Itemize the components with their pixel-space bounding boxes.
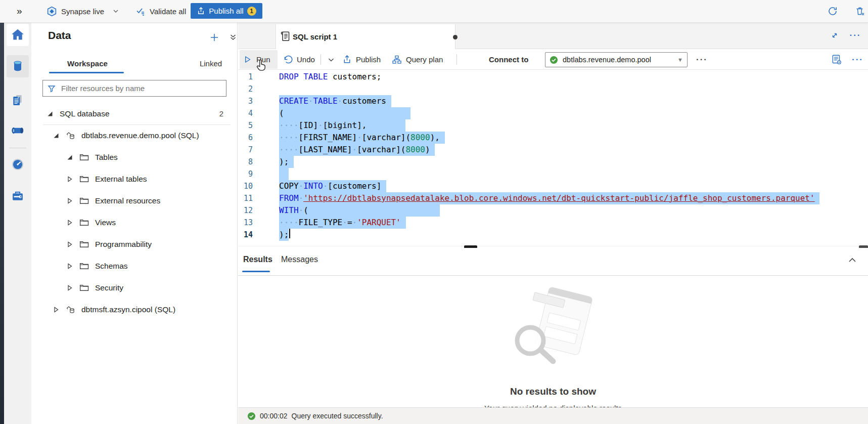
- code-line-11[interactable]: 11FROM·'https://dbtlabsynapsedatalake.bl…: [238, 192, 868, 204]
- nav-monitor[interactable]: [7, 153, 29, 176]
- code-line-1[interactable]: 1DROP TABLE customers;: [238, 71, 868, 83]
- code-line-14[interactable]: 14);: [238, 229, 868, 241]
- code-text-selected[interactable]: CREATE·TABLE·customers: [279, 95, 391, 107]
- nav-data[interactable]: [7, 55, 29, 77]
- undo-button[interactable]: Undo: [280, 50, 318, 69]
- nav-home[interactable]: [7, 24, 29, 46]
- synapse-mode-dropdown-chevron[interactable]: [112, 0, 119, 22]
- code-text-selected[interactable]: ····FILE_TYPE·=·'PARQUET': [279, 217, 406, 229]
- tab-results[interactable]: Results: [243, 255, 272, 264]
- code-text-selected[interactable]: [279, 168, 289, 180]
- expanded-triangle-icon[interactable]: [47, 110, 54, 117]
- connect-to-label: Connect to: [489, 55, 528, 64]
- tab-messages[interactable]: Messages: [281, 255, 318, 264]
- collapsed-triangle-icon[interactable]: [66, 263, 73, 270]
- code-text-selected[interactable]: );: [279, 156, 294, 168]
- publish-all-button[interactable]: Publish all 1: [191, 3, 262, 19]
- line-number[interactable]: 4: [238, 107, 253, 119]
- code-line-4[interactable]: 4(: [238, 107, 868, 119]
- line-number[interactable]: 3: [238, 95, 253, 107]
- tab-workspace[interactable]: Workspace: [50, 56, 125, 71]
- code-line-3[interactable]: 3CREATE·TABLE·customers: [238, 95, 868, 107]
- tree-item-dbtlabs-revenue-demo-pool-sql[interactable]: dbtlabs.revenue.demo.pool (SQL): [31, 124, 238, 146]
- code-line-6[interactable]: 6····[FIRST_NAME]·[varchar](8000),: [238, 132, 868, 144]
- code-line-7[interactable]: 7····[LAST_NAME]·[varchar](8000): [238, 144, 868, 156]
- tab-linked[interactable]: Linked: [173, 56, 249, 71]
- tree-item-tables[interactable]: Tables: [31, 146, 238, 168]
- collapsed-triangle-icon[interactable]: [66, 176, 73, 183]
- tree-item-sql-database[interactable]: SQL database2: [31, 103, 238, 124]
- tree-item-external-tables[interactable]: External tables: [31, 168, 238, 190]
- code-line-13[interactable]: 13····FILE_TYPE·=·'PARQUET': [238, 217, 868, 229]
- tree-item-programmability[interactable]: Programmability: [31, 233, 238, 255]
- code-text-selected[interactable]: COPY·INTO·[customers]: [279, 180, 386, 192]
- line-number[interactable]: 5: [238, 119, 253, 132]
- line-number[interactable]: 8: [238, 156, 253, 168]
- tab-more-actions-button[interactable]: ···: [849, 29, 862, 42]
- expanded-triangle-icon[interactable]: [66, 154, 73, 161]
- discard-all-button[interactable]: [854, 0, 865, 22]
- collapsed-triangle-icon[interactable]: [66, 219, 73, 226]
- code-text-selected[interactable]: );: [279, 229, 289, 241]
- synapse-live-selector[interactable]: Synapse live: [47, 0, 104, 22]
- code-text-selected[interactable]: WITH·(: [279, 204, 440, 217]
- tree-item-schemas[interactable]: Schemas: [31, 255, 238, 277]
- collapsed-triangle-icon[interactable]: [66, 284, 73, 291]
- undo-redo-dropdown[interactable]: [324, 50, 338, 69]
- line-number[interactable]: 7: [238, 144, 253, 156]
- tree-item-views[interactable]: Views: [31, 211, 238, 233]
- validate-all-button[interactable]: Validate all: [135, 0, 186, 22]
- tree-item-external-resources[interactable]: External resources: [31, 190, 238, 211]
- nav-manage[interactable]: [7, 185, 29, 207]
- code-line-10[interactable]: 10COPY·INTO·[customers]: [238, 180, 868, 192]
- code-text[interactable]: DROP TABLE customers;: [279, 71, 381, 83]
- line-number[interactable]: 10: [238, 180, 253, 192]
- line-number[interactable]: 1: [238, 71, 253, 83]
- nav-develop[interactable]: [7, 89, 29, 111]
- line-number[interactable]: 6: [238, 132, 253, 144]
- code-line-5[interactable]: 5····[ID]·[bigint],: [238, 119, 868, 132]
- filter-funnel-icon: [47, 84, 56, 93]
- query-plan-button[interactable]: Query plan: [389, 50, 446, 69]
- code-text-selected[interactable]: FROM·'https://dbtlabsynapsedatalake.blob…: [279, 192, 819, 204]
- code-line-12[interactable]: 12WITH·(: [238, 204, 868, 217]
- collapsed-triangle-icon[interactable]: [66, 241, 73, 248]
- run-button[interactable]: Run: [240, 50, 278, 69]
- expanded-triangle-icon[interactable]: [53, 132, 60, 139]
- code-line-2[interactable]: 2: [238, 83, 868, 95]
- add-resource-button[interactable]: [209, 32, 220, 43]
- line-number[interactable]: 11: [238, 192, 253, 204]
- refresh-button[interactable]: [827, 0, 838, 22]
- expand-topnav-button[interactable]: »: [17, 0, 22, 22]
- code-text-selected[interactable]: (: [279, 107, 410, 119]
- panel-splitter[interactable]: [238, 246, 868, 246]
- connect-pool-dropdown[interactable]: dbtlabs.revenue.demo.pool ▼: [545, 52, 688, 67]
- filter-resources-input[interactable]: [60, 83, 222, 93]
- nav-integrate[interactable]: [7, 119, 29, 142]
- undo-icon: [283, 55, 293, 65]
- collapsed-triangle-icon[interactable]: [66, 197, 73, 204]
- line-number[interactable]: 13: [238, 217, 253, 229]
- sql-code-editor[interactable]: 1DROP TABLE customers;23CREATE·TABLE·cus…: [238, 70, 868, 246]
- code-line-9[interactable]: 9: [238, 168, 868, 180]
- line-number[interactable]: 9: [238, 168, 253, 180]
- toolbar-more-actions[interactable]: ···: [693, 50, 711, 69]
- tree-item-security[interactable]: Security: [31, 277, 238, 299]
- text-cursor: [289, 229, 290, 238]
- line-number[interactable]: 2: [238, 83, 253, 95]
- code-line-8[interactable]: 8);: [238, 156, 868, 168]
- code-text-selected[interactable]: ····[ID]·[bigint],: [279, 119, 405, 132]
- tree-item-dbtmsft-azsyn-cipool-sql[interactable]: dbtmsft.azsyn.cipool (SQL): [31, 299, 238, 320]
- code-text-selected[interactable]: ····[FIRST_NAME]·[varchar](8000),: [279, 132, 445, 144]
- collapsed-triangle-icon[interactable]: [53, 306, 60, 313]
- collapse-all-button[interactable]: [227, 32, 239, 43]
- line-number[interactable]: 12: [238, 204, 253, 217]
- collapse-results-button[interactable]: [847, 255, 857, 265]
- publish-button[interactable]: Publish: [339, 50, 384, 69]
- tab-sql-script-1[interactable]: SQL script 1: [276, 24, 455, 49]
- code-text-selected[interactable]: ····[LAST_NAME]·[varchar](8000): [279, 144, 435, 156]
- query-settings-button[interactable]: [828, 50, 846, 69]
- line-number[interactable]: 14: [238, 229, 253, 241]
- editor-more-actions[interactable]: ···: [849, 50, 866, 69]
- expand-editor-button[interactable]: [828, 29, 841, 42]
